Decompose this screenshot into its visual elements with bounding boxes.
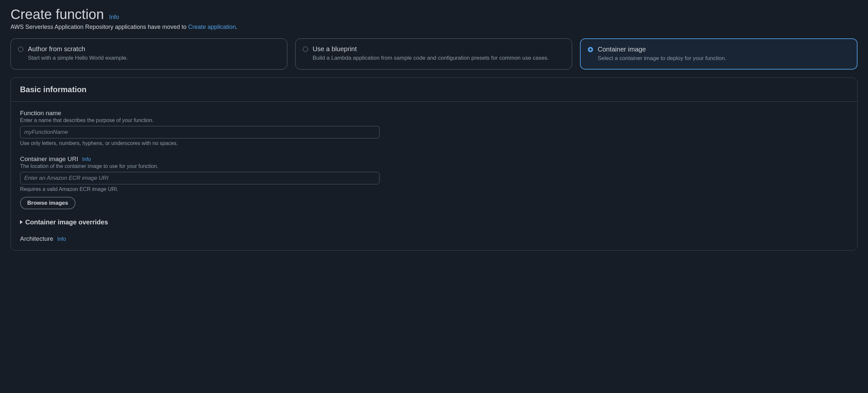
container-uri-description: The location of the container image to u…	[20, 163, 848, 169]
subtitle-suffix: .	[236, 24, 238, 30]
option-title: Container image	[598, 46, 849, 53]
architecture-label: Architecture	[20, 235, 53, 242]
option-description: Select a container image to deploy for y…	[598, 55, 849, 62]
page-title: Create function	[10, 6, 104, 22]
radio-icon	[18, 47, 23, 52]
function-name-constraint: Use only letters, numbers, hyphens, or u…	[20, 141, 848, 146]
container-overrides-expander[interactable]: Container image overrides	[20, 218, 848, 226]
page-subtitle: AWS Serverless Application Repository ap…	[10, 24, 858, 31]
subtitle-prefix: AWS Serverless Application Repository ap…	[10, 24, 188, 30]
container-uri-label: Container image URI	[20, 155, 78, 163]
browse-images-button[interactable]: Browse images	[20, 197, 75, 209]
option-title: Author from scratch	[28, 45, 280, 53]
info-link-container-uri[interactable]: Info	[82, 156, 91, 162]
caret-right-icon	[20, 220, 23, 224]
container-overrides-label: Container image overrides	[25, 218, 108, 226]
architecture-section: Architecture Info	[20, 235, 848, 242]
create-application-link[interactable]: Create application	[188, 24, 236, 30]
info-link-header[interactable]: Info	[109, 14, 119, 21]
container-uri-field: Container image URI Info The location of…	[20, 155, 848, 209]
function-name-description: Enter a name that describes the purpose …	[20, 117, 848, 123]
container-uri-input[interactable]	[20, 172, 379, 184]
option-title: Use a blueprint	[313, 45, 564, 53]
option-description: Build a Lambda application from sample c…	[313, 54, 564, 62]
option-author-from-scratch[interactable]: Author from scratch Start with a simple …	[10, 38, 287, 69]
creation-option-group: Author from scratch Start with a simple …	[10, 38, 858, 69]
option-container-image[interactable]: Container image Select a container image…	[580, 38, 858, 69]
container-uri-constraint: Requires a valid Amazon ECR image URI.	[20, 186, 848, 192]
panel-title: Basic information	[20, 85, 848, 94]
page-header: Create function Info AWS Serverless Appl…	[10, 6, 858, 31]
function-name-input[interactable]	[20, 126, 379, 139]
option-description: Start with a simple Hello World example.	[28, 54, 280, 62]
radio-icon	[303, 47, 308, 52]
info-link-architecture[interactable]: Info	[57, 236, 66, 242]
function-name-field: Function name Enter a name that describe…	[20, 110, 848, 146]
option-use-blueprint[interactable]: Use a blueprint Build a Lambda applicati…	[295, 38, 572, 69]
basic-information-panel: Basic information Function name Enter a …	[10, 78, 858, 251]
panel-header: Basic information	[11, 78, 857, 102]
function-name-label: Function name	[20, 110, 61, 117]
radio-icon	[588, 47, 593, 52]
